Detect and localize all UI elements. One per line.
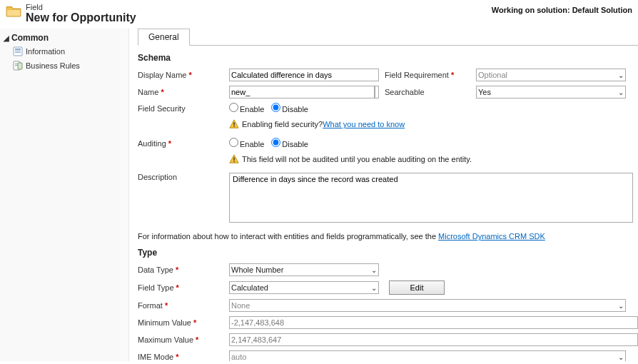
solution-info: Working on solution: Default Solution	[492, 6, 632, 14]
schema-form: Display Name Field Requirement Optional …	[138, 69, 638, 225]
label-field-security: Field Security	[138, 104, 223, 113]
sidebar-item-label: Business Rules	[26, 61, 80, 70]
caret-down-icon: ◢	[3, 34, 10, 42]
label-field-requirement: Field Requirement	[385, 71, 470, 79]
label-ime-mode: IME Mode	[138, 353, 223, 361]
label-field-type: Field Type	[138, 283, 223, 292]
label-auditing: Auditing	[138, 139, 223, 148]
svg-rect-1	[15, 49, 21, 50]
radio-group-field-security: Enable Disable	[229, 103, 626, 113]
edit-button[interactable]: Edit	[389, 280, 445, 295]
svg-rect-2	[15, 51, 21, 51]
svg-rect-7	[18, 63, 22, 69]
sidebar-item-label: Information	[26, 47, 65, 56]
tab-strip: General	[138, 29, 638, 46]
warning-field-security: Enabling field security? What you need t…	[229, 119, 626, 129]
label-display-name: Display Name	[138, 71, 223, 79]
input-name-group	[229, 86, 379, 98]
input-description[interactable]	[229, 173, 633, 223]
warning-icon	[229, 154, 239, 164]
select-data-type[interactable]: Whole Number ⌄	[229, 263, 379, 276]
chevron-down-icon: ⌄	[618, 89, 624, 96]
radio-aud-disable[interactable]	[271, 138, 280, 147]
chevron-down-icon: ⌄	[618, 71, 624, 79]
chevron-down-icon: ⌄	[618, 302, 624, 310]
radio-aud-enable[interactable]	[229, 138, 238, 147]
svg-rect-3	[15, 52, 21, 53]
schema-heading: Schema	[138, 53, 638, 63]
info-page-icon	[13, 46, 23, 56]
radio-fs-enable[interactable]	[229, 103, 238, 112]
label-data-type: Data Type	[138, 266, 223, 274]
select-searchable[interactable]: Yes ⌄	[476, 86, 626, 98]
label-min-value: Minimum Value	[138, 318, 223, 327]
link-field-security-info[interactable]: What you need to know	[323, 120, 405, 128]
sdk-info-line: For information about how to interact wi…	[138, 232, 638, 241]
label-name: Name	[138, 88, 223, 96]
sidebar-item-business-rules[interactable]: Business Rules	[0, 59, 128, 73]
link-crm-sdk[interactable]: Microsoft Dynamics CRM SDK	[438, 232, 545, 241]
label-format: Format	[138, 301, 223, 310]
page-title: New for Opportunity	[26, 11, 136, 24]
select-format[interactable]: None ⌄	[229, 299, 626, 312]
entity-type-label: Field	[26, 3, 136, 11]
label-max-value: Maximum Value	[138, 335, 223, 344]
svg-rect-11	[233, 161, 234, 162]
type-form: Data Type Whole Number ⌄ Field Type Calc…	[138, 263, 638, 361]
svg-rect-8	[233, 122, 234, 125]
svg-rect-9	[233, 126, 234, 127]
folder-icon	[6, 4, 21, 17]
sidebar: ◢ Common Information Business Rules	[0, 29, 129, 361]
rules-icon	[13, 61, 23, 71]
sidebar-group-common[interactable]: ◢ Common	[0, 31, 128, 44]
input-min-value[interactable]	[229, 316, 638, 329]
label-searchable: Searchable	[385, 88, 470, 96]
select-field-requirement[interactable]: Optional ⌄	[476, 69, 626, 81]
input-name[interactable]	[375, 86, 379, 98]
radio-fs-disable[interactable]	[271, 103, 280, 112]
select-field-type[interactable]: Calculated ⌄	[229, 281, 379, 294]
chevron-down-icon: ⌄	[371, 266, 377, 274]
input-name-prefix	[229, 86, 375, 98]
input-display-name[interactable]	[229, 69, 379, 81]
tab-general[interactable]: General	[138, 29, 190, 46]
select-ime-mode[interactable]: auto ⌄	[229, 350, 626, 361]
input-max-value[interactable]	[229, 333, 638, 346]
page-header: Field New for Opportunity Working on sol…	[0, 0, 638, 29]
chevron-down-icon: ⌄	[618, 353, 624, 361]
warning-auditing: This field will not be audited until you…	[229, 154, 626, 164]
label-description: Description	[138, 173, 223, 181]
type-heading: Type	[138, 248, 638, 258]
chevron-down-icon: ⌄	[371, 284, 377, 292]
sidebar-item-information[interactable]: Information	[0, 44, 128, 59]
warning-icon	[229, 119, 239, 129]
svg-rect-10	[233, 157, 234, 160]
radio-group-auditing: Enable Disable	[229, 138, 626, 148]
content-pane: General Schema Display Name Field Requir…	[129, 29, 638, 361]
